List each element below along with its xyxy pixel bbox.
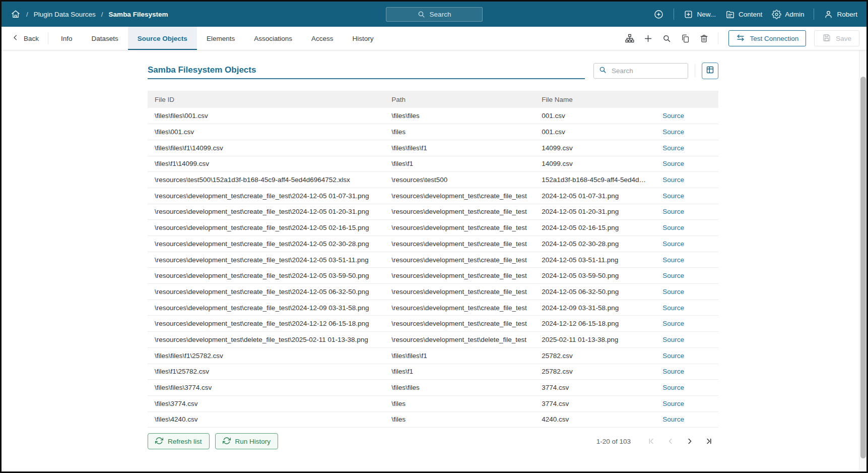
- cell-file-name: 152a1d3f-b168-45c9-aff4-5ed4d6964752.xls…: [535, 172, 655, 188]
- table-row[interactable]: \files\3774.csv\files3774.csvSource: [148, 395, 718, 411]
- refresh-icon: [155, 437, 163, 446]
- source-link[interactable]: Source: [662, 400, 684, 407]
- objects-search-box[interactable]: [593, 63, 688, 79]
- source-link[interactable]: Source: [662, 208, 684, 215]
- source-link[interactable]: Source: [662, 224, 684, 231]
- table-row[interactable]: \files\files\001.csv\files\files001.csvS…: [148, 108, 718, 124]
- source-link[interactable]: Source: [662, 176, 684, 184]
- table-row[interactable]: \resources\development_test\create_file_…: [148, 252, 718, 268]
- table-row[interactable]: \resources\development_test\create_file_…: [148, 204, 718, 220]
- tab-access[interactable]: Access: [302, 27, 343, 50]
- table-row[interactable]: \resources\test500\152a1d3f-b168-45c9-af…: [148, 172, 718, 188]
- table-row[interactable]: \files\4240.csv\files4240.csvSource: [148, 411, 718, 428]
- table-row[interactable]: \files\f1\14099.csv\files\f114099.csvSou…: [148, 156, 718, 172]
- cell-file-name: 2024-12-05 03-59-50.png: [535, 268, 655, 284]
- cell-file-id: \resources\test500\152a1d3f-b168-45c9-af…: [148, 172, 384, 188]
- first-page-button[interactable]: [642, 434, 661, 449]
- toolbar-divider: [718, 32, 718, 44]
- table-row[interactable]: \resources\development_test\create_file_…: [148, 220, 718, 236]
- source-link[interactable]: Source: [662, 336, 684, 343]
- refresh-list-button[interactable]: Refresh list: [148, 433, 210, 449]
- source-link[interactable]: Source: [662, 112, 684, 120]
- source-link[interactable]: Source: [662, 320, 684, 327]
- breadcrumb-item-current: Samba Filesystem: [109, 11, 168, 18]
- table-row[interactable]: \files\f1\25782.csv\files\f125782.csvSou…: [148, 364, 718, 380]
- last-page-button[interactable]: [699, 434, 718, 449]
- table-row[interactable]: \files\files\f1\25782.csv\files\files\f1…: [148, 347, 718, 364]
- col-file-id[interactable]: File ID: [148, 91, 384, 108]
- hierarchy-icon[interactable]: [622, 31, 637, 46]
- source-link[interactable]: Source: [662, 288, 684, 295]
- source-link[interactable]: Source: [662, 256, 684, 264]
- scrollbar-thumb[interactable]: [860, 77, 866, 458]
- table-row[interactable]: \resources\development_test\create_file_…: [148, 188, 718, 204]
- chevron-left-icon: [12, 34, 19, 43]
- source-link[interactable]: Source: [662, 384, 684, 391]
- assistant-sparkle-icon[interactable]: [653, 9, 664, 20]
- cell-path: \resources\development_test\create_file_…: [384, 300, 535, 316]
- gear-icon: [772, 10, 781, 19]
- source-link[interactable]: Source: [662, 144, 684, 152]
- next-page-button[interactable]: [680, 434, 699, 449]
- source-link[interactable]: Source: [662, 160, 684, 167]
- tab-source-objects[interactable]: Source Objects: [128, 27, 197, 50]
- breadcrumb-item-plugin-data-sources[interactable]: Plugin Data Sources: [34, 11, 96, 18]
- cell-file-name: 4240.csv: [535, 411, 655, 428]
- table-row[interactable]: \files\files\3774.csv\files\files3774.cs…: [148, 380, 718, 396]
- secondary-toolbar: Back Info Datasets Source Objects Elemen…: [2, 27, 866, 50]
- back-button[interactable]: Back: [9, 27, 45, 50]
- cell-file-id: \files\f1\14099.csv: [148, 156, 384, 172]
- source-link[interactable]: Source: [662, 304, 684, 312]
- objects-search-input[interactable]: [611, 67, 683, 75]
- table-row[interactable]: \resources\development_test\delete_file_…: [148, 332, 718, 348]
- tab-datasets[interactable]: Datasets: [82, 27, 128, 50]
- cell-file-id: \resources\development_test\create_file_…: [148, 268, 384, 284]
- page-title: Samba Filesystem Objects: [148, 65, 256, 75]
- new-button[interactable]: New...: [684, 10, 716, 19]
- home-icon[interactable]: [11, 9, 21, 19]
- test-connection-button[interactable]: Test Connection: [728, 30, 806, 46]
- search-icon[interactable]: [659, 31, 675, 46]
- table-row[interactable]: \resources\development_test\create_file_…: [148, 316, 718, 332]
- tab-info[interactable]: Info: [51, 27, 82, 50]
- copy-icon[interactable]: [678, 31, 693, 46]
- source-link[interactable]: Source: [662, 368, 684, 375]
- add-icon[interactable]: [640, 31, 656, 46]
- source-link[interactable]: Source: [662, 416, 684, 423]
- source-link[interactable]: Source: [662, 240, 684, 248]
- tab-elements[interactable]: Elements: [197, 27, 244, 50]
- table-row[interactable]: \files\001.csv\files001.csvSource: [148, 124, 718, 140]
- col-path[interactable]: Path: [384, 91, 535, 108]
- save-button[interactable]: Save: [814, 30, 859, 46]
- table-row[interactable]: \resources\development_test\create_file_…: [148, 236, 718, 252]
- source-link[interactable]: Source: [662, 192, 684, 200]
- source-link[interactable]: Source: [662, 352, 684, 360]
- table-row[interactable]: \resources\development_test\create_file_…: [148, 300, 718, 316]
- table-view-button[interactable]: [702, 63, 718, 79]
- trash-icon[interactable]: [696, 31, 712, 46]
- source-link[interactable]: Source: [662, 128, 684, 136]
- tab-history[interactable]: History: [343, 27, 383, 50]
- search-icon: [417, 10, 426, 19]
- table-row[interactable]: \resources\development_test\create_file_…: [148, 268, 718, 284]
- vertical-scrollbar[interactable]: [859, 50, 866, 471]
- table-row[interactable]: \files\files\f1\14099.csv\files\files\f1…: [148, 140, 718, 156]
- tab-associations[interactable]: Associations: [244, 27, 302, 50]
- previous-page-button[interactable]: [661, 434, 680, 449]
- cell-path: \resources\development_test\create_file_…: [384, 188, 535, 204]
- cell-file-id: \files\files\f1\14099.csv: [148, 140, 384, 156]
- cell-file-name: 001.csv: [535, 124, 655, 140]
- run-history-button[interactable]: Run History: [215, 433, 279, 449]
- cell-path: \files\f1: [384, 364, 535, 380]
- table-row[interactable]: \resources\development_test\create_file_…: [148, 284, 718, 300]
- admin-button[interactable]: Admin: [772, 10, 804, 19]
- content-button[interactable]: Content: [725, 10, 762, 19]
- admin-button-label: Admin: [785, 11, 804, 18]
- col-file-name[interactable]: File Name: [535, 91, 655, 108]
- test-connection-label: Test Connection: [750, 35, 798, 42]
- tab-bar: Info Datasets Source Objects Elements As…: [51, 27, 383, 50]
- global-search-bar[interactable]: Search: [386, 7, 483, 22]
- cell-file-id: \resources\development_test\create_file_…: [148, 300, 384, 316]
- source-link[interactable]: Source: [662, 272, 684, 279]
- user-menu[interactable]: Robert: [824, 10, 857, 19]
